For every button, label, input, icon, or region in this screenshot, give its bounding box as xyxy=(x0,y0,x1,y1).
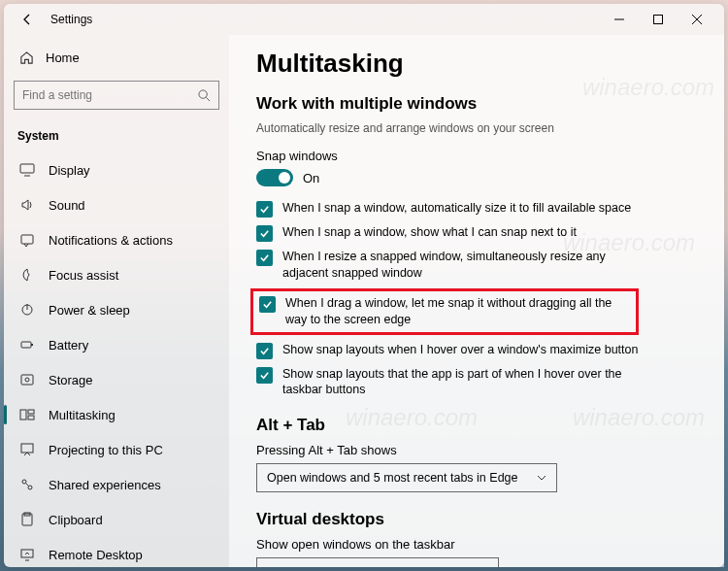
sidebar-item-label: Focus assist xyxy=(49,268,118,283)
svg-rect-24 xyxy=(21,550,33,557)
toggle-state: On xyxy=(303,171,319,185)
sidebar-item-projecting[interactable]: Projecting to this PC xyxy=(14,432,219,467)
settings-window: Settings Home System DisplaySoundNotific… xyxy=(4,4,724,567)
checkbox[interactable] xyxy=(256,367,273,384)
window-controls xyxy=(600,6,716,33)
focus-icon xyxy=(19,267,35,283)
sidebar-item-remote[interactable]: Remote Desktop xyxy=(14,537,219,567)
checkbox[interactable] xyxy=(256,250,273,266)
sidebar-item-label: Remote Desktop xyxy=(49,548,143,562)
checkbox-label: When I drag a window, let me snap it wit… xyxy=(285,295,630,328)
vdesktop-label: Show open windows on the taskbar xyxy=(256,537,697,552)
sidebar-item-label: Sound xyxy=(49,198,85,213)
multitasking-icon xyxy=(19,407,35,422)
checkbox[interactable] xyxy=(256,343,273,359)
svg-rect-6 xyxy=(20,164,34,173)
minimize-button[interactable] xyxy=(600,6,639,33)
checkbox-label: When I snap a window, automatically size… xyxy=(282,200,631,217)
section-heading: Work with multiple windows xyxy=(256,94,697,114)
page-title: Multitasking xyxy=(256,49,697,79)
sidebar-item-label: Storage xyxy=(49,373,93,387)
back-button[interactable] xyxy=(12,4,43,35)
svg-rect-18 xyxy=(21,444,33,453)
svg-point-20 xyxy=(28,486,32,489)
svg-point-14 xyxy=(25,378,29,382)
sidebar-item-label: Shared experiences xyxy=(49,478,161,492)
checkbox-label: When I snap a window, show what I can sn… xyxy=(282,224,577,241)
sidebar-home[interactable]: Home xyxy=(14,43,219,73)
maximize-button[interactable] xyxy=(639,6,678,33)
content-pane: winaero.com winaero.com winaero.com wina… xyxy=(229,35,724,567)
display-icon xyxy=(19,162,35,178)
checkbox[interactable] xyxy=(256,225,273,242)
sidebar-item-label: Projecting to this PC xyxy=(49,443,163,457)
svg-rect-8 xyxy=(21,235,33,244)
remote-icon xyxy=(19,547,35,562)
storage-icon xyxy=(19,372,35,387)
sound-icon xyxy=(19,197,35,213)
sidebar-item-multitasking[interactable]: Multitasking xyxy=(14,397,219,432)
svg-rect-15 xyxy=(20,410,26,420)
dropdown-value: Open windows and 5 most recent tabs in E… xyxy=(267,471,517,485)
power-icon xyxy=(19,302,35,318)
svg-line-5 xyxy=(206,97,210,101)
alttab-dropdown[interactable]: Open windows and 5 most recent tabs in E… xyxy=(256,463,557,492)
svg-rect-11 xyxy=(21,342,31,348)
alttab-label: Pressing Alt + Tab shows xyxy=(256,443,697,457)
shared-icon xyxy=(19,477,35,492)
home-label: Home xyxy=(46,50,80,65)
svg-rect-1 xyxy=(654,16,663,24)
sidebar-item-clipboard[interactable]: Clipboard xyxy=(14,502,219,537)
titlebar: Settings xyxy=(4,4,724,35)
svg-rect-16 xyxy=(28,410,34,414)
sidebar-item-sound[interactable]: Sound xyxy=(14,187,219,222)
svg-line-21 xyxy=(26,484,29,487)
chevron-down-icon xyxy=(537,473,546,483)
snap-option-row: When I snap a window, show what I can sn… xyxy=(256,224,645,242)
sidebar: Home System DisplaySoundNotifications & … xyxy=(4,35,229,567)
checkbox[interactable] xyxy=(256,201,273,218)
sidebar-item-label: Power & sleep xyxy=(49,303,130,318)
search-box[interactable] xyxy=(14,81,219,110)
section-heading: Virtual desktops xyxy=(256,510,697,529)
svg-rect-12 xyxy=(31,344,33,346)
snap-option-row: When I drag a window, let me snap it wit… xyxy=(250,288,639,335)
projecting-icon xyxy=(19,442,35,457)
clipboard-icon xyxy=(19,512,35,527)
sidebar-item-power[interactable]: Power & sleep xyxy=(14,292,219,327)
sidebar-item-label: Display xyxy=(49,163,90,178)
category-header: System xyxy=(14,123,219,152)
checkbox-label: Show snap layouts when I hover over a wi… xyxy=(282,342,638,358)
sidebar-item-battery[interactable]: Battery xyxy=(14,327,219,362)
search-input[interactable] xyxy=(22,88,198,102)
sidebar-item-label: Notifications & actions xyxy=(49,233,173,248)
checkbox-label: Show snap layouts that the app is part o… xyxy=(282,366,645,399)
section-description: Automatically resize and arrange windows… xyxy=(256,121,697,135)
search-icon xyxy=(198,89,211,102)
sidebar-item-focus[interactable]: Focus assist xyxy=(14,257,219,292)
sidebar-item-label: Multitasking xyxy=(49,408,116,422)
close-button[interactable] xyxy=(678,6,716,33)
dropdown-value: Only on the desktop I'm using xyxy=(267,565,426,567)
sidebar-item-display[interactable]: Display xyxy=(14,152,219,187)
snap-option-row: When I resize a snapped window, simultan… xyxy=(256,249,645,282)
vdesktop-dropdown[interactable]: Only on the desktop I'm using xyxy=(256,557,499,567)
battery-icon xyxy=(19,337,35,353)
snap-option-row: Show snap layouts that the app is part o… xyxy=(256,366,645,399)
snap-toggle[interactable] xyxy=(256,169,293,186)
svg-point-4 xyxy=(199,89,207,97)
sidebar-item-label: Battery xyxy=(49,338,88,353)
checkbox[interactable] xyxy=(259,296,276,313)
snap-option-row: When I snap a window, automatically size… xyxy=(256,200,645,218)
section-heading: Alt + Tab xyxy=(256,416,697,435)
sidebar-item-notifications[interactable]: Notifications & actions xyxy=(14,222,219,257)
svg-point-19 xyxy=(22,480,26,484)
checkbox-label: When I resize a snapped window, simultan… xyxy=(282,249,645,282)
snap-option-row: Show snap layouts when I hover over a wi… xyxy=(256,342,645,359)
sidebar-item-label: Clipboard xyxy=(49,513,103,527)
svg-rect-13 xyxy=(21,375,33,385)
sidebar-item-storage[interactable]: Storage xyxy=(14,362,219,397)
sidebar-item-shared[interactable]: Shared experiences xyxy=(14,467,219,502)
notifications-icon xyxy=(19,232,35,248)
svg-rect-17 xyxy=(28,416,34,420)
